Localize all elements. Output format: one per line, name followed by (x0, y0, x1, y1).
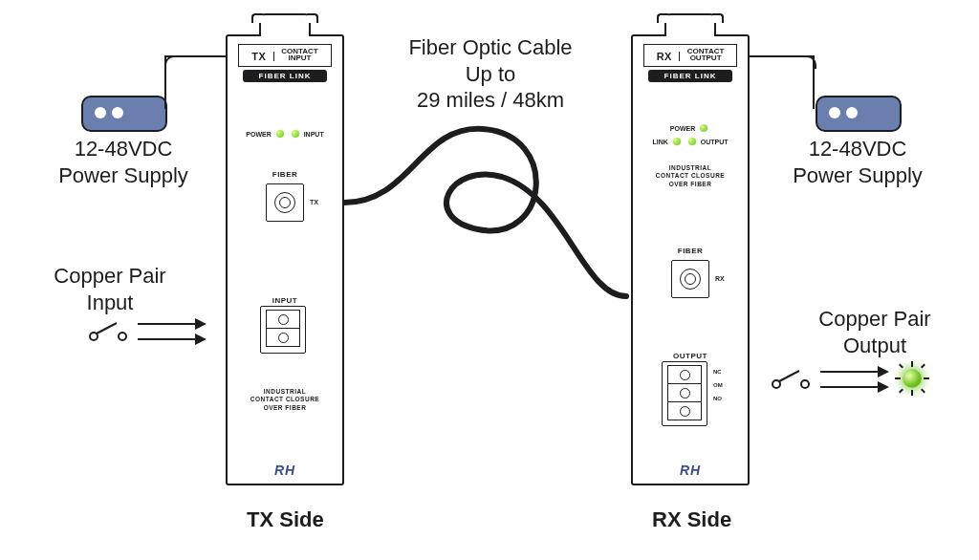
divider-icon (679, 52, 680, 61)
fiber-port-tx-label: TX (310, 199, 318, 205)
led-link-label-rx: LINK (653, 139, 668, 145)
device-tx-title-prefix: TX (251, 51, 266, 62)
lamp-icon (903, 369, 922, 388)
leds-tx: POWER INPUT (228, 130, 342, 138)
device-rx-title-prefix: RX (657, 51, 672, 62)
fiber-section-title-rx: FIBER (633, 247, 748, 255)
pin-nc: NC (713, 369, 723, 375)
power-supply-right-label: 12-48VDC Power Supply (776, 136, 939, 188)
device-rx-title-sub: CONTACTOUTPUT (687, 48, 725, 61)
brand-logo-tx: RH (228, 463, 342, 478)
power-supply-left (81, 96, 167, 132)
io-section-title-rx: OUTPUT (633, 352, 748, 360)
svg-point-2 (119, 333, 126, 340)
din-clip-left (259, 13, 311, 36)
pin-com: OM (713, 382, 723, 388)
brand-logo-rx: RH (633, 463, 748, 478)
power-supply-right (816, 96, 902, 132)
io-section-title-tx: INPUT (228, 296, 342, 305)
divider-icon (273, 52, 274, 61)
led-power-label-tx: POWER (246, 131, 271, 138)
led-input-label-tx: INPUT (304, 131, 324, 138)
svg-point-0 (90, 333, 98, 340)
switch-icon-left (88, 319, 130, 344)
device-rx-title: RX CONTACTOUTPUT (643, 44, 737, 67)
svg-point-3 (772, 380, 780, 388)
led-output-label-rx: OUTPUT (701, 139, 729, 145)
device-tx: TX CONTACTINPUT FIBER LINK POWER INPUT F… (226, 34, 344, 485)
led-power-tx (276, 130, 284, 138)
input-terminal-tx (266, 310, 300, 347)
device-tx-title: TX CONTACTINPUT (238, 44, 332, 67)
device-rx: RX CONTACTOUTPUT FIBER LINK POWER LINK O… (631, 34, 750, 485)
led-power-label-rx: POWER (670, 125, 695, 132)
svg-line-4 (779, 371, 799, 381)
switch-icon-right (771, 367, 813, 392)
fiber-cable-line1: Fiber Optic Cable (408, 35, 572, 59)
device-tx-small-text: INDUSTRIAL CONTACT CLOSURE OVER FIBER (228, 388, 342, 412)
led-power-rx (700, 124, 707, 132)
copper-pair-output-label: Copper Pair Output (803, 306, 946, 358)
led-input-tx (292, 130, 299, 138)
power-supply-left-label: 12-48VDC Power Supply (42, 136, 205, 188)
fiber-section-title-tx: FIBER (228, 170, 342, 179)
svg-line-1 (97, 323, 117, 334)
led-link-rx (673, 138, 681, 145)
leds-rx-row1: POWER (633, 124, 748, 132)
pin-no: NO (713, 396, 723, 401)
output-terminal-rx (667, 365, 702, 420)
device-tx-title-sub: CONTACTINPUT (281, 48, 318, 61)
output-pin-labels: NC OM NO (713, 369, 723, 401)
power-wire-left-corner (164, 55, 178, 69)
leds-rx-row2: LINK OUTPUT (633, 138, 748, 145)
fiberlink-badge-right: FIBER LINK (648, 70, 732, 82)
fiberlink-badge-left: FIBER LINK (243, 70, 327, 82)
tx-side-label: TX Side (247, 506, 324, 533)
fiber-cable-line2: Up to (466, 62, 516, 86)
device-rx-small-text: INDUSTRIAL CONTACT CLOSURE OVER FIBER (633, 164, 748, 188)
rx-side-label: RX Side (652, 506, 731, 533)
svg-point-5 (801, 380, 809, 388)
led-output-rx (688, 138, 696, 145)
fiber-port-tx (266, 183, 304, 222)
copper-pair-input-label: Copper Pair Input (38, 263, 182, 315)
din-clip-right (664, 13, 716, 36)
fiber-port-rx (671, 260, 709, 298)
fiber-port-rx-label: RX (715, 275, 725, 282)
